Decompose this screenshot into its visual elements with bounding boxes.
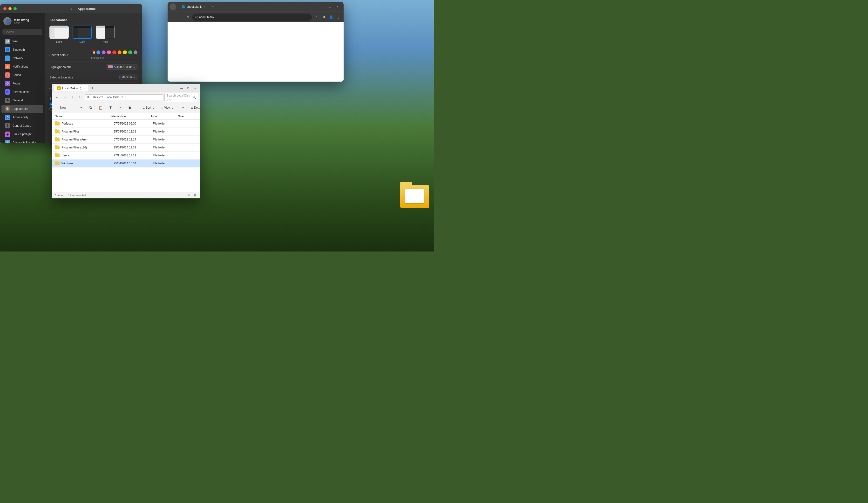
sidebar-item-privacy[interactable]: 🔒 Privacy & Security [1, 139, 43, 143]
column-type[interactable]: Type [151, 115, 178, 118]
sidebar-item-appearance[interactable]: 🎨 Appearance [1, 105, 43, 113]
sidebar-item-accessibility[interactable]: ♿ Accessibility [1, 113, 43, 121]
sidebar-item-sound[interactable]: 🔊 Sound [1, 71, 43, 79]
accent-purple[interactable] [102, 50, 106, 54]
mac-titlebar: ‹ › Appearance [0, 4, 142, 13]
column-date[interactable]: Date modified [110, 115, 151, 118]
explorer-new-tab-button[interactable]: + [90, 86, 95, 91]
explorer-view-button[interactable]: ≡ View ⌄ [159, 104, 176, 111]
chrome-close-button[interactable]: × [334, 3, 341, 10]
chrome-back-small-button[interactable]: ‹ [169, 3, 176, 10]
explorer-more-button[interactable]: ⋯ [178, 104, 186, 111]
breadcrumb-drive: Local Disk (C:) [105, 95, 124, 99]
explorer-details-button[interactable]: ⊟ Details [188, 105, 200, 111]
theme-option-light[interactable]: Light [50, 26, 69, 43]
explorer-search-box[interactable]: Search Local Disk (C:) 🔍 [164, 93, 198, 102]
highlight-colour-dropdown[interactable]: Accent Colour ⌄ [106, 64, 137, 70]
explorer-breadcrumb[interactable]: 🖥 › This PC › Local Disk (C:) › [85, 94, 164, 100]
table-row[interactable]: Program Files (Arm) 07/05/2022 11:17 Fil… [52, 135, 200, 144]
explorer-tab-close-button[interactable]: × [83, 87, 85, 90]
column-name[interactable]: Name ↑ [55, 115, 110, 118]
explorer-up-button[interactable]: ↑ [69, 94, 76, 101]
accent-graphite[interactable] [134, 50, 137, 54]
explorer-new-button[interactable]: + New ⌄ [55, 104, 72, 111]
sidebar-label-bluetooth: Bluetooth [12, 48, 25, 51]
accent-red[interactable] [112, 50, 116, 54]
explorer-file-list: Name ↑ Date modified Type Size PerfLogs … [52, 113, 200, 192]
table-row[interactable]: Windows 25/04/2024 10:34 File folder [52, 160, 200, 168]
sidebar-label-notifications: Notifications [12, 65, 28, 68]
accent-pink[interactable] [107, 50, 111, 54]
accent-multicolor[interactable] [91, 50, 95, 54]
status-grid-view-button[interactable]: ⊞ [192, 193, 197, 198]
sidebar-item-siri[interactable]: ◉ Siri & Spotlight [1, 130, 43, 138]
table-row[interactable]: Program Files 25/04/2024 12:31 File fold… [52, 128, 200, 135]
accent-orange[interactable] [118, 50, 122, 54]
auto-theme-label: Auto [103, 40, 108, 43]
chrome-lab-button[interactable]: ⚗ [320, 14, 327, 21]
status-list-view-button[interactable]: ≡ [186, 193, 192, 198]
explorer-tab-c[interactable]: 📁 Local Disk (C:) × [54, 85, 89, 91]
chrome-window: ‹ 🌐 about:blank × + — □ × ← → ↻ ⓘ about:… [167, 2, 343, 82]
general-icon: ⚙ [5, 98, 10, 103]
theme-option-dark[interactable]: Dark [73, 26, 92, 43]
explorer-rename-button[interactable]: T [107, 104, 114, 111]
auto-theme-thumb [96, 26, 115, 39]
mac-forward-button[interactable]: › [70, 6, 74, 11]
explorer-refresh-button[interactable]: ↻ [77, 94, 84, 101]
explorer-maximize-button[interactable]: □ [185, 85, 192, 91]
chrome-address-bar[interactable]: ⓘ about:blank [192, 13, 312, 21]
explorer-back-button[interactable]: ← [54, 94, 61, 101]
explorer-copy-button[interactable]: ⧉ [87, 104, 94, 111]
mac-minimize-button[interactable] [8, 7, 12, 10]
chrome-maximize-button[interactable]: □ [327, 3, 333, 10]
chrome-back-button[interactable]: ← [169, 14, 176, 20]
sidebar-item-general[interactable]: ⚙ General [1, 96, 43, 104]
table-row[interactable]: PerfLogs 07/05/2022 09:00 File folder [52, 120, 200, 128]
explorer-delete-button[interactable]: 🗑 [126, 104, 134, 111]
accent-blue[interactable] [96, 50, 100, 54]
mac-maximize-button[interactable] [13, 7, 17, 10]
explorer-cut-button[interactable]: ✂ [78, 104, 85, 111]
column-size[interactable]: Size [178, 115, 197, 118]
explorer-minimize-button[interactable]: — [178, 85, 185, 91]
chrome-tab-blank[interactable]: 🌐 about:blank × [179, 4, 209, 10]
theme-option-auto[interactable]: Auto [96, 26, 115, 43]
chrome-profile-button[interactable]: 👤 [328, 14, 334, 21]
chrome-refresh-button[interactable]: ↻ [185, 14, 191, 20]
explorer-sort-button[interactable]: ⇅ Sort ⌄ [140, 104, 157, 111]
new-label: New [60, 106, 66, 109]
chrome-info-icon: ⓘ [195, 15, 198, 19]
explorer-share-button[interactable]: ↗ [116, 104, 124, 111]
user-name: Mike Irving [14, 18, 29, 22]
mac-back-button[interactable]: ‹ [62, 6, 66, 11]
sidebar-item-wifi[interactable]: 📶 Wi-Fi [1, 37, 43, 46]
explorer-close-button[interactable]: × [192, 85, 198, 91]
accent-green[interactable] [128, 50, 132, 54]
chrome-tab-close-button[interactable]: × [203, 5, 206, 9]
sidebar-item-network[interactable]: 🌐 Network [1, 54, 43, 62]
sidebar-item-focus[interactable]: 🎯 Focus [1, 79, 43, 88]
sidebar-item-controlcentre[interactable]: 🎛 Control Centre [1, 122, 43, 130]
sidebar-item-screentime[interactable]: ⏱ Screen Time [1, 88, 43, 96]
chrome-new-tab-button[interactable]: + [210, 3, 216, 10]
sidebar-size-dropdown[interactable]: Medium ⌄ [119, 74, 137, 80]
sidebar-item-bluetooth[interactable]: 🔵 Bluetooth [1, 46, 43, 54]
search-input[interactable] [2, 29, 42, 35]
chrome-minimize-button[interactable]: — [319, 3, 326, 10]
accent-yellow[interactable] [123, 50, 127, 54]
chrome-bookmark-button[interactable]: ☆ [313, 14, 320, 21]
file-date: 07/05/2022 09:00 [114, 122, 153, 125]
explorer-paste-button[interactable]: 📋 [96, 104, 105, 111]
sidebar-item-notifications[interactable]: 🔔 Notifications [1, 62, 43, 71]
sidebar-label-sound: Sound [12, 73, 21, 77]
chrome-menu-button[interactable]: ⋮ [335, 14, 342, 21]
sidebar-label-accessibility: Accessibility [12, 115, 28, 119]
table-row[interactable]: Users 27/11/2023 13:11 File folder [52, 152, 200, 160]
user-subtitle: Apple ID [14, 22, 29, 24]
explorer-forward-button[interactable]: → [61, 94, 68, 101]
mac-close-button[interactable] [3, 7, 7, 10]
table-row[interactable]: Program Files (x86) 25/04/2024 12:31 Fil… [52, 144, 200, 152]
folder-icon [55, 153, 60, 157]
chrome-forward-button[interactable]: → [177, 14, 184, 20]
